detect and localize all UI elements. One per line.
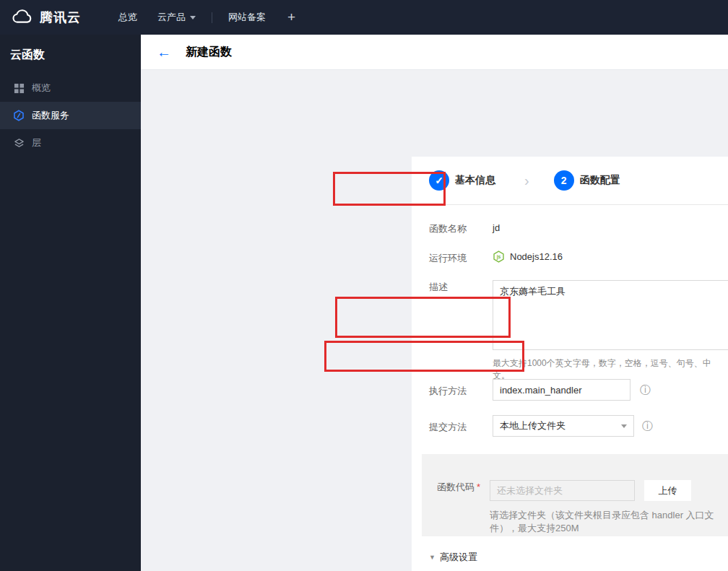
step-indicator: ✓ 基本信息 › 2 函数配置 [429, 170, 620, 191]
required-asterisk: * [477, 481, 480, 492]
nav-divider [212, 12, 212, 23]
function-code-section: 函数代码* 上传 请选择文件夹（该文件夹根目录应包含 handler 入口文件）… [422, 454, 728, 536]
brand[interactable]: 腾讯云 [10, 9, 81, 26]
runtime-value-row: js Nodejs12.16 [493, 250, 563, 263]
add-nav-tab-icon[interactable]: + [276, 9, 307, 25]
nav-icp-filing-label: 网站备案 [228, 11, 266, 24]
topbar: 腾讯云 总览 云产品 网站备案 + [0, 0, 728, 35]
nav-cloud-products-label: 云产品 [157, 11, 186, 24]
sidebar-item-label: 函数服务 [32, 109, 69, 122]
hexagon-function-icon [13, 110, 25, 121]
nav-overview-label: 总览 [118, 11, 137, 24]
step2-label: 函数配置 [580, 174, 620, 187]
sidebar-item-layers[interactable]: 层 [0, 129, 141, 157]
sidebar: 云函数 概览 函数服务 层 [0, 35, 141, 571]
chevron-down-icon [190, 16, 196, 19]
function-code-hint: 请选择文件夹（该文件夹根目录应包含 handler 入口文件），最大支持250M [490, 509, 728, 535]
back-arrow-icon[interactable]: ← [157, 45, 171, 59]
runtime-value: Nodejs12.16 [510, 251, 563, 262]
submit-method-info-icon[interactable]: ⓘ [642, 419, 653, 433]
submit-method-select[interactable]: 本地上传文件夹 [493, 415, 634, 437]
advanced-settings-label: 高级设置 [440, 551, 477, 564]
nodejs-icon: js [493, 250, 505, 263]
nodejs-icon-text: js [496, 254, 501, 260]
nav-overview[interactable]: 总览 [108, 0, 147, 35]
function-code-label-text: 函数代码 [437, 481, 474, 492]
sidebar-item-overview[interactable]: 概览 [0, 74, 141, 102]
page-title: 新建函数 [186, 45, 232, 60]
page-header: ← 新建函数 [141, 35, 728, 70]
nav-cloud-products[interactable]: 云产品 [147, 0, 206, 35]
grid-icon [13, 82, 25, 94]
steps-divider [429, 204, 728, 205]
function-name-label: 函数名称 [429, 222, 467, 235]
step2-number: 2 [554, 170, 574, 191]
sidebar-item-function-service[interactable]: 函数服务 [0, 102, 141, 129]
content-canvas: ✓ 基本信息 › 2 函数配置 函数名称 jd 运行环境 js Nodejs12… [141, 70, 728, 571]
create-function-card: ✓ 基本信息 › 2 函数配置 函数名称 jd 运行环境 js Nodejs12… [412, 157, 728, 571]
runtime-label: 运行环境 [429, 252, 467, 265]
sidebar-item-label: 层 [32, 136, 41, 149]
step-separator-icon: › [524, 173, 529, 189]
upload-button[interactable]: 上传 [644, 480, 691, 501]
folder-path-input[interactable] [490, 480, 635, 501]
step1-check-icon: ✓ [429, 170, 449, 191]
handler-input[interactable] [493, 379, 630, 401]
description-textarea[interactable]: 京东薅羊毛工具 [493, 280, 728, 350]
handler-info-icon[interactable]: ⓘ [640, 383, 651, 397]
nav-icp-filing[interactable]: 网站备案 [218, 0, 276, 35]
sidebar-item-label: 概览 [32, 82, 51, 95]
submit-method-label: 提交方法 [429, 421, 467, 434]
layers-icon [13, 137, 25, 149]
tencent-cloud-logo-icon [10, 9, 33, 26]
chevron-down-icon [621, 424, 627, 428]
sidebar-title: 云函数 [0, 35, 141, 74]
function-name-value: jd [493, 222, 500, 233]
submit-method-value: 本地上传文件夹 [500, 419, 566, 432]
function-code-label: 函数代码* [437, 481, 480, 494]
description-hint: 最大支持1000个英文字母，数字，空格，逗号、句号、中文。 [493, 357, 728, 382]
description-label: 描述 [429, 281, 448, 294]
brand-name: 腾讯云 [40, 9, 81, 26]
advanced-settings-toggle[interactable]: ▼ 高级设置 [429, 551, 477, 564]
caret-down-icon: ▼ [429, 554, 436, 561]
top-navigation: 总览 云产品 网站备案 + [108, 0, 307, 35]
handler-label: 执行方法 [429, 385, 467, 398]
step1-label: 基本信息 [455, 174, 495, 187]
